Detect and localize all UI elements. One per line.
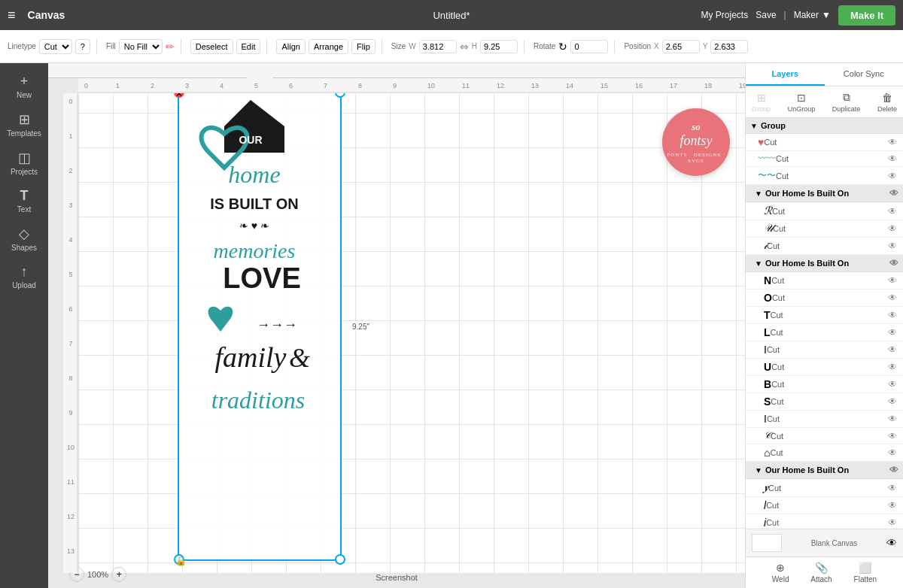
duplicate-label: Duplicate xyxy=(832,105,861,113)
layer-item[interactable]: 〰〰 Cut 👁 xyxy=(746,151,903,167)
layer-item[interactable]: i Cut 👁 xyxy=(746,514,903,529)
make-it-button[interactable]: Make It xyxy=(838,5,895,26)
fontsy-logo: so fontsy FONTS · DESIGNS · SVGS xyxy=(662,108,730,176)
eye-icon[interactable]: 👁 xyxy=(888,447,897,458)
layer-subgroup-header[interactable]: ▼ Our Home Is Built On 👁 xyxy=(746,185,903,202)
layer-item[interactable]: 𝒞 Cut 👁 xyxy=(746,428,903,444)
sidebar-item-upload-label: Upload xyxy=(12,281,36,289)
zoom-out-button[interactable]: − xyxy=(69,567,84,582)
eye-icon[interactable]: 👁 xyxy=(888,396,897,407)
design-canvas[interactable]: 0 1 2 3 4 5 6 7 8 9 10 11 12 13 14 15 16… xyxy=(63,78,745,573)
eye-icon[interactable]: 👁 xyxy=(888,483,897,493)
delete-icon: 🗑 xyxy=(882,92,892,104)
layer-item[interactable]: ♥ Cut 👁 xyxy=(746,134,903,151)
eye-icon[interactable]: 👁 xyxy=(888,153,897,164)
layer-subgroup-header-3[interactable]: ▼ Our Home Is Built On 👁 xyxy=(746,462,903,479)
layer-item[interactable]: ℛ Cut 👁 xyxy=(746,202,903,220)
handle-top-right[interactable] xyxy=(335,87,345,98)
layer-item[interactable]: O Cut 👁 xyxy=(746,289,903,307)
linetype-select[interactable]: Cut xyxy=(39,39,72,54)
r-icon: ℛ xyxy=(764,205,772,217)
eye-icon[interactable]: 👁 xyxy=(888,517,897,528)
eye-icon[interactable]: 👁 xyxy=(889,188,898,199)
save-button[interactable]: Save xyxy=(756,10,776,20)
rotate-input[interactable] xyxy=(570,40,608,53)
sidebar-item-upload[interactable]: ↑ Upload xyxy=(2,259,47,294)
divider: | xyxy=(784,10,786,20)
eye-icon[interactable]: 👁 xyxy=(888,431,897,441)
eye-icon[interactable]: 👁 xyxy=(888,379,897,389)
height-input[interactable] xyxy=(480,40,518,53)
align-button[interactable]: Align xyxy=(276,39,305,54)
sidebar-item-text[interactable]: T Text xyxy=(2,183,47,218)
width-input[interactable] xyxy=(419,40,457,53)
upload-icon: ↑ xyxy=(21,264,28,280)
selection-box[interactable]: ✕ 🔒 3.812" 9.25" OUR home xyxy=(178,91,342,561)
layer-item[interactable]: T Cut 👁 xyxy=(746,307,903,324)
eye-icon[interactable]: 👁 xyxy=(888,223,897,234)
eye-icon[interactable]: 👁 xyxy=(888,206,897,217)
layer-group-header[interactable]: ▼ Group xyxy=(746,118,903,134)
eye-icon[interactable]: 👁 xyxy=(889,465,898,475)
tab-color-sync[interactable]: Color Sync xyxy=(825,63,904,86)
maker-button[interactable]: Maker ▼ xyxy=(794,10,831,20)
linetype-info-button[interactable]: ? xyxy=(75,39,90,54)
layer-item[interactable]: ⌂ Cut 👁 xyxy=(746,444,903,462)
arrange-button[interactable]: Arrange xyxy=(309,39,348,54)
rotate-label: Rotate xyxy=(534,42,555,50)
flip-button[interactable]: Flip xyxy=(351,39,375,54)
eye-icon[interactable]: 👁 xyxy=(889,258,898,268)
zoom-in-button[interactable]: + xyxy=(111,567,126,582)
layer-item[interactable]: 〜〜 Cut 👁 xyxy=(746,167,903,185)
canvas-eye-icon[interactable]: 👁 xyxy=(886,537,897,549)
sidebar-item-projects[interactable]: ◫ Projects xyxy=(2,145,47,180)
flatten-button[interactable]: ⬜ Flatten xyxy=(854,562,877,583)
eye-icon[interactable]: 👁 xyxy=(888,275,897,286)
layer-item[interactable]: 𝒰 Cut 👁 xyxy=(746,220,903,238)
tab-layers[interactable]: Layers xyxy=(746,63,825,86)
canvas-area[interactable]: 0 1 2 3 4 5 6 7 8 9 10 11 12 13 14 15 16… xyxy=(48,63,745,588)
layer-item[interactable]: 𝒚 Cut 👁 xyxy=(746,479,903,497)
fill-select[interactable]: No Fill xyxy=(119,39,163,54)
layer-item[interactable]: I Cut 👁 xyxy=(746,411,903,428)
eye-icon[interactable]: 👁 xyxy=(888,137,897,147)
hamburger-icon[interactable]: ≡ xyxy=(8,8,16,23)
eye-icon[interactable]: 👁 xyxy=(888,310,897,320)
pos-x-input[interactable] xyxy=(662,40,700,53)
layer-item[interactable]: l Cut 👁 xyxy=(746,497,903,514)
attach-button[interactable]: 📎 Attach xyxy=(810,562,832,583)
layer-subgroup-header-2[interactable]: ▼ Our Home Is Built On 👁 xyxy=(746,255,903,272)
handle-bottom-right[interactable] xyxy=(335,554,345,565)
edit-button[interactable]: Edit xyxy=(236,39,261,54)
n-icon: N xyxy=(764,274,771,286)
layer-item[interactable]: S Cut 👁 xyxy=(746,393,903,411)
eye-icon[interactable]: 👁 xyxy=(888,362,897,372)
sidebar-item-shapes[interactable]: ◇ Shapes xyxy=(2,221,47,256)
layer-item[interactable]: L Cut 👁 xyxy=(746,324,903,341)
eye-icon[interactable]: 👁 xyxy=(888,500,897,511)
duplicate-button[interactable]: ⧉ Duplicate xyxy=(832,91,861,113)
layer-item[interactable]: 𝒾 Cut 👁 xyxy=(746,238,903,255)
layer-item[interactable]: B Cut 👁 xyxy=(746,376,903,393)
my-projects-button[interactable]: My Projects xyxy=(701,10,749,20)
eye-icon[interactable]: 👁 xyxy=(888,292,897,303)
layer-item[interactable]: I Cut 👁 xyxy=(746,341,903,359)
eye-icon[interactable]: 👁 xyxy=(888,327,897,338)
weld-button[interactable]: ⊕ Weld xyxy=(772,562,789,583)
pos-y-input[interactable] xyxy=(710,40,748,53)
eye-icon[interactable]: 👁 xyxy=(888,171,897,181)
layer-item[interactable]: U Cut 👁 xyxy=(746,359,903,376)
deselect-button[interactable]: Deselect xyxy=(190,39,233,54)
ungroup-button[interactable]: ⊡ UnGroup xyxy=(788,92,816,113)
eye-icon[interactable]: 👁 xyxy=(888,414,897,424)
sidebar-item-templates[interactable]: ⊞ Templates xyxy=(2,107,47,142)
eye-icon[interactable]: 👁 xyxy=(888,241,897,251)
eye-icon[interactable]: 👁 xyxy=(888,344,897,355)
handle-bottom-left[interactable]: 🔒 xyxy=(174,554,184,565)
layer-item[interactable]: N Cut 👁 xyxy=(746,272,903,289)
delete-button[interactable]: 🗑 Delete xyxy=(877,92,897,113)
sidebar-item-new[interactable]: + New xyxy=(2,69,47,104)
layer-item-label: Cut xyxy=(771,380,885,389)
handle-top-left[interactable]: ✕ xyxy=(174,87,184,98)
group-button[interactable]: ⊞ Group xyxy=(752,92,771,113)
